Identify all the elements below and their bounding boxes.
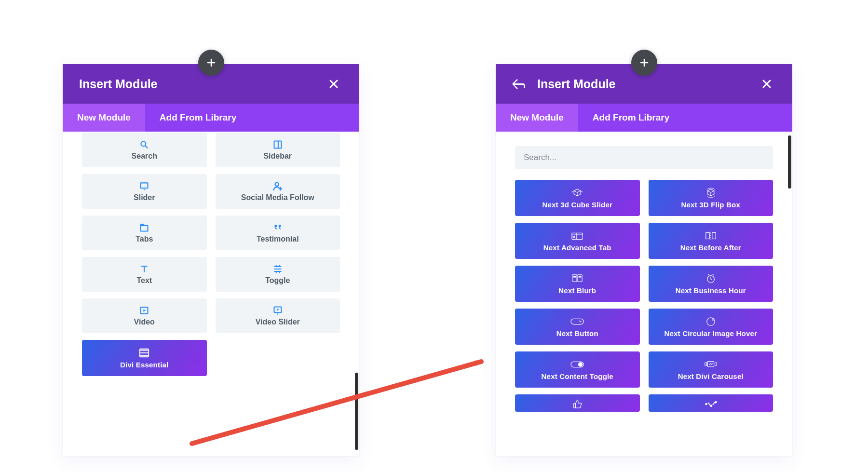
module-label: Social Media Follow <box>241 193 314 202</box>
module-label: Video Slider <box>256 318 300 326</box>
module-tile-text[interactable]: Text <box>82 257 207 292</box>
panel-title: Insert Module <box>79 77 325 91</box>
module-label: Testimonial <box>257 235 299 243</box>
svg-point-4 <box>275 183 278 186</box>
slider-icon <box>139 181 149 191</box>
person-plus-icon <box>272 181 283 191</box>
svg-rect-2 <box>141 183 148 188</box>
before-after-icon <box>705 230 717 242</box>
module-tile-toggle[interactable]: Toggle <box>216 257 340 292</box>
module-label: Divi Essential <box>117 361 171 369</box>
module-tile-next-before-after[interactable]: Next Before After <box>649 223 773 259</box>
module-label: Slider <box>134 193 155 202</box>
sidebar-icon <box>272 139 283 150</box>
module-tile-testimonial[interactable]: Testimonial <box>216 216 340 250</box>
module-tile-cut-right[interactable] <box>649 394 773 412</box>
video-slider-icon <box>272 305 283 316</box>
module-label: Next 3D Flip Box <box>678 201 743 209</box>
svg-rect-11 <box>573 236 575 238</box>
svg-rect-13 <box>712 233 716 239</box>
svg-point-21 <box>578 362 583 366</box>
cube-l-icon <box>571 187 583 199</box>
close-button[interactable] <box>758 75 776 93</box>
module-label: Next Button <box>554 329 601 337</box>
module-label: Next Before After <box>678 243 744 252</box>
tab-new-module[interactable]: New Module <box>496 104 578 132</box>
svg-point-26 <box>710 405 712 407</box>
module-label: Next Content Toggle <box>539 372 616 380</box>
svg-rect-5 <box>141 226 148 231</box>
module-tile-next-circular-image-hover[interactable]: Next Circular Image Hover <box>649 309 773 345</box>
module-tile-next-business-hour[interactable]: Next Business Hour <box>649 266 773 302</box>
module-label: Next Business Hour <box>673 286 749 295</box>
tabs: New Module Add From Library <box>63 104 359 132</box>
dots-line-icon <box>704 398 718 410</box>
module-tile-cut-left[interactable] <box>515 394 640 412</box>
panel-body: Post Title Pricing Tables Search Sidebar <box>63 132 359 456</box>
module-label: Video <box>134 318 155 326</box>
module-label: Next Advanced Tab <box>541 243 614 252</box>
module-tile-social-media-follow[interactable]: Social Media Follow <box>216 174 340 209</box>
carousel-icon <box>704 359 718 370</box>
svg-rect-23 <box>705 363 707 365</box>
scrollbar-thumb[interactable] <box>355 373 358 450</box>
svg-rect-24 <box>715 363 717 365</box>
search-icon <box>139 139 149 150</box>
module-tile-slider[interactable]: Slider <box>82 174 207 209</box>
module-tile-next-button[interactable]: Next Button <box>515 309 640 345</box>
module-tile-next-blurb[interactable]: Next Blurb <box>515 266 640 302</box>
toggle-icon <box>272 264 283 274</box>
divi-essential-icon <box>139 347 149 359</box>
close-button[interactable] <box>325 75 343 93</box>
module-label: Next Blurb <box>556 286 599 295</box>
module-tile-next-divi-carousel[interactable]: Next Divi Carousel <box>649 351 773 388</box>
module-label: Sidebar <box>263 152 292 161</box>
svg-point-27 <box>715 401 717 404</box>
svg-rect-17 <box>571 319 583 324</box>
module-tile-video-slider[interactable]: Video Slider <box>216 298 340 333</box>
tabs: New Module Add From Library <box>496 104 792 132</box>
right-insert-module-panel: Insert Module New Module Add From Librar… <box>496 64 792 456</box>
module-tile-video[interactable]: Video <box>82 298 207 333</box>
circle-icon <box>705 316 716 327</box>
module-tile-divi-essential[interactable]: Divi Essential <box>82 340 207 376</box>
search-input[interactable] <box>515 146 773 169</box>
module-tile-tabs[interactable]: Tabs <box>82 216 207 250</box>
tab-add-from-library[interactable]: Add From Library <box>578 104 684 132</box>
module-label: Tabs <box>136 235 153 243</box>
video-icon <box>139 305 149 316</box>
tab-add-from-library[interactable]: Add From Library <box>145 104 251 132</box>
module-label: Next 3d Cube Slider <box>539 201 615 209</box>
svg-point-3 <box>144 189 145 190</box>
module-tile-search[interactable]: Search <box>82 133 207 167</box>
panel-title: Insert Module <box>537 77 758 91</box>
module-tile-next-content-toggle[interactable]: Next Content Toggle <box>515 351 640 388</box>
add-section-button[interactable] <box>198 50 224 76</box>
module-label: Toggle <box>265 276 290 285</box>
thumb-up-icon <box>572 398 583 410</box>
cube-r-icon <box>705 187 717 199</box>
module-tile-next-3d-flip-box[interactable]: Next 3D Flip Box <box>649 180 773 216</box>
module-tile-next-advanced-tab[interactable]: Next Advanced Tab <box>515 223 640 259</box>
tab-new-module[interactable]: New Module <box>63 104 145 132</box>
svg-rect-15 <box>578 275 582 282</box>
module-label: Text <box>136 276 152 285</box>
svg-rect-12 <box>706 233 709 239</box>
add-section-button[interactable] <box>631 50 657 76</box>
blurb-icon <box>571 273 583 284</box>
back-button[interactable] <box>512 78 526 90</box>
clock-icon <box>705 273 717 284</box>
module-tile-next-3d-cube-slider[interactable]: Next 3d Cube Slider <box>515 180 640 216</box>
panel-body: Next 3d Cube Slider Next 3D Flip Box Nex… <box>496 132 792 456</box>
button-icon <box>570 316 584 327</box>
text-icon <box>139 264 149 274</box>
module-label: Search <box>132 152 157 161</box>
scrollbar-thumb[interactable] <box>788 135 791 189</box>
svg-point-19 <box>712 319 714 321</box>
module-label: Next Circular Image Hover <box>661 329 760 337</box>
module-tile-sidebar[interactable]: Sidebar <box>216 133 340 167</box>
left-insert-module-panel: Insert Module New Module Add From Librar… <box>63 64 359 456</box>
svg-point-25 <box>705 403 707 405</box>
module-label: Next Divi Carousel <box>675 372 746 380</box>
svg-point-8 <box>277 313 279 315</box>
